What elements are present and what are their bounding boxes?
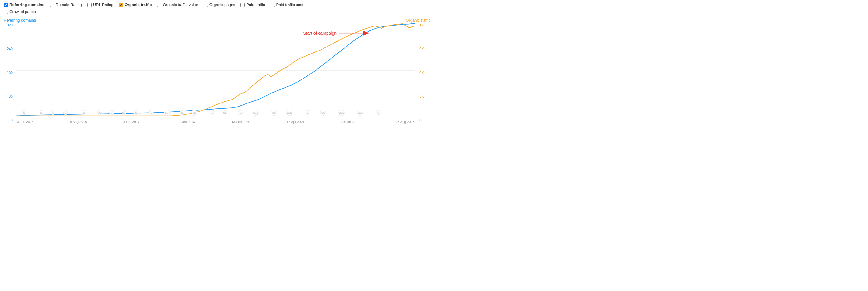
x-label-6: 20 Jun 2022 <box>341 120 360 124</box>
checkbox-label-organic-traffic: Organic traffic <box>125 2 152 7</box>
x-label-4: 13 Feb 2020 <box>231 120 250 124</box>
svg-text:G: G <box>40 111 42 114</box>
svg-text:G: G <box>151 111 153 114</box>
svg-text:GG: GG <box>321 111 325 114</box>
y-left-240: 240 <box>4 47 14 51</box>
svg-text:G: G <box>181 111 183 114</box>
svg-text:G: G <box>52 111 54 114</box>
svg-text:GG: GG <box>223 111 227 114</box>
chart-inner: G G G G G GG G GG G G <box>17 23 415 124</box>
svg-text:G: G <box>240 111 241 114</box>
checkbox-label-organic-traffic-value: Organic traffic value <box>163 2 198 7</box>
checkbox-label-domain-rating: Domain Rating <box>56 2 82 7</box>
svg-text:G: G <box>23 111 25 114</box>
svg-text:G: G <box>83 111 85 114</box>
svg-text:G: G <box>64 111 66 114</box>
y-left-160: 160 <box>4 70 14 75</box>
x-label-5: 17 Apr 2021 <box>286 120 304 124</box>
y-right-9k: 9K <box>417 47 430 51</box>
x-label-1: 5 Aug 2016 <box>70 120 87 124</box>
checkbox-paid-traffic-cost[interactable]: Paid traffic cost <box>271 2 304 7</box>
y-left-0: 0 <box>4 118 14 122</box>
x-label-3: 11 Dec 2018 <box>176 120 195 124</box>
checkbox-crawled-pages[interactable]: Crawled pages <box>4 9 430 14</box>
y-right-3k: 3K <box>417 94 430 98</box>
svg-text:G: G <box>377 111 379 114</box>
svg-text:GG: GG <box>165 111 168 114</box>
y-right-12k: 12K <box>417 23 430 27</box>
svg-text:G: G <box>212 111 214 114</box>
campaign-arrow-svg <box>339 29 373 38</box>
chart-axis-labels: Referring domains Organic traffic <box>0 16 434 23</box>
svg-text:GG: GG <box>193 111 196 114</box>
svg-text:GGG: GGG <box>357 111 363 114</box>
checkbox-label-referring-domains: Referring domains <box>9 2 44 7</box>
x-label-2: 8 Oct 2017 <box>123 120 140 124</box>
checkbox-paid-traffic[interactable]: Paid traffic <box>241 2 265 7</box>
right-axis-label: Organic traffic <box>406 18 430 23</box>
checkbox-label-crawled-pages: Crawled pages <box>9 9 36 14</box>
campaign-label: Start of campaign <box>303 31 337 36</box>
svg-text:G: G <box>111 111 113 114</box>
checkbox-referring-domains[interactable]: Referring domains <box>4 2 44 7</box>
checkbox-controls: Referring domains Domain Rating URL Rati… <box>0 0 434 16</box>
y-axis-left: 0 80 160 240 320 <box>4 23 14 124</box>
svg-text:GG: GG <box>122 111 125 114</box>
y-axis-right: 0 3K 6K 9K 12K <box>417 23 430 124</box>
checkbox-label-url-rating: URL Rating <box>93 2 114 7</box>
svg-text:G: G <box>135 111 137 114</box>
checkbox-organic-traffic-value[interactable]: Organic traffic value <box>157 2 198 7</box>
svg-text:GGG: GGG <box>253 111 258 114</box>
y-left-320: 320 <box>4 23 14 27</box>
checkbox-label-paid-traffic-cost: Paid traffic cost <box>276 2 304 7</box>
svg-text:GG: GG <box>98 111 101 114</box>
svg-text:G: G <box>307 111 309 114</box>
x-axis-labels: 3 Jun 2015 5 Aug 2016 8 Oct 2017 11 Dec … <box>17 117 415 124</box>
svg-text:GGG: GGG <box>287 111 292 114</box>
checkbox-organic-pages[interactable]: Organic pages <box>204 2 235 7</box>
left-axis-label: Referring domains <box>4 18 36 23</box>
chart-area: 0 80 160 240 320 0 3K 6K 9K 12K <box>4 23 430 124</box>
y-right-0: 0 <box>417 118 430 122</box>
checkbox-label-paid-traffic: Paid traffic <box>246 2 265 7</box>
checkbox-domain-rating[interactable]: Domain Rating <box>50 2 82 7</box>
svg-text:GG: GG <box>272 111 276 114</box>
svg-text:GGG: GGG <box>339 111 344 114</box>
second-row-checkboxes: Crawled pages <box>4 9 430 14</box>
checkbox-url-rating[interactable]: URL Rating <box>87 2 114 7</box>
y-right-6k: 6K <box>417 70 430 75</box>
campaign-annotation: Start of campaign <box>303 29 373 38</box>
checkbox-label-organic-pages: Organic pages <box>209 2 235 7</box>
checkbox-organic-traffic[interactable]: Organic traffic <box>119 2 152 7</box>
x-label-7: 23 Aug 2023 <box>396 120 414 124</box>
x-label-0: 3 Jun 2015 <box>17 120 33 124</box>
y-left-80: 80 <box>4 94 14 98</box>
